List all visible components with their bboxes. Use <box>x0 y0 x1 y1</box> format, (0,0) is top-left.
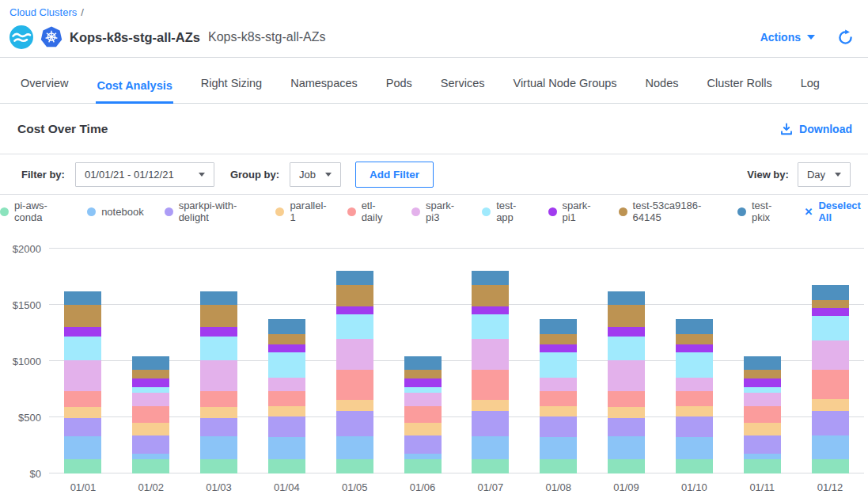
tab-cluster-rolls[interactable]: Cluster Rolls <box>707 77 773 104</box>
bar-segment-spark-pi3[interactable] <box>268 378 305 392</box>
bar-segment-pi-aws-conda[interactable] <box>64 459 101 473</box>
bar-segment-notebook[interactable] <box>200 436 237 459</box>
bar-segment-sparkpi-with-delight[interactable] <box>540 416 577 437</box>
view-by-select[interactable]: Day <box>798 162 851 187</box>
bar-segment-spark-pi1[interactable] <box>812 308 849 315</box>
bar-segment-etl-daily[interactable] <box>268 391 305 405</box>
tab-namespaces[interactable]: Namespaces <box>290 77 358 104</box>
bar-segment-notebook[interactable] <box>336 436 373 458</box>
bar-segment-test-53ca9186-64145[interactable] <box>336 285 373 306</box>
bar-01-04[interactable] <box>268 319 305 473</box>
bar-segment-pi-aws-conda[interactable] <box>812 459 849 473</box>
bar-segment-test-pkix[interactable] <box>132 356 169 370</box>
download-button[interactable]: Download <box>780 123 852 135</box>
bar-segment-spark-pi1[interactable] <box>200 327 237 337</box>
bar-segment-test-53ca9186-64145[interactable] <box>64 305 101 327</box>
bar-segment-test-pkix[interactable] <box>404 356 442 370</box>
bar-segment-parallel-1[interactable] <box>540 406 577 416</box>
bar-segment-test-app[interactable] <box>336 314 373 339</box>
legend-item-spark-pi3[interactable]: spark-pi3 <box>411 200 461 223</box>
bar-segment-etl-daily[interactable] <box>64 391 101 406</box>
bar-segment-etl-daily[interactable] <box>336 370 373 400</box>
bar-segment-spark-pi1[interactable] <box>404 378 442 387</box>
bar-segment-notebook[interactable] <box>540 437 577 459</box>
bar-segment-pi-aws-conda[interactable] <box>404 459 442 473</box>
bar-segment-etl-daily[interactable] <box>812 370 849 399</box>
bar-segment-etl-daily[interactable] <box>404 406 442 423</box>
bar-segment-spark-pi3[interactable] <box>676 378 713 392</box>
bar-segment-parallel-1[interactable] <box>200 407 237 419</box>
bar-segment-parallel-1[interactable] <box>132 423 169 435</box>
bar-segment-spark-pi1[interactable] <box>608 327 645 337</box>
bar-segment-sparkpi-with-delight[interactable] <box>608 418 645 436</box>
tab-right-sizing[interactable]: Right Sizing <box>200 77 263 104</box>
bar-segment-spark-pi1[interactable] <box>132 378 169 387</box>
bar-segment-test-app[interactable] <box>676 352 713 377</box>
bar-segment-etl-daily[interactable] <box>676 391 713 405</box>
bar-segment-test-53ca9186-64145[interactable] <box>608 305 645 327</box>
bar-segment-parallel-1[interactable] <box>336 400 373 410</box>
bar-segment-spark-pi3[interactable] <box>472 339 509 370</box>
bar-01-07[interactable] <box>472 271 509 473</box>
bar-segment-test-pkix[interactable] <box>812 285 849 300</box>
bar-segment-spark-pi1[interactable] <box>676 344 713 352</box>
bar-segment-test-53ca9186-64145[interactable] <box>676 334 713 344</box>
bar-segment-notebook[interactable] <box>472 436 509 458</box>
bar-segment-parallel-1[interactable] <box>404 423 442 435</box>
bar-segment-test-pkix[interactable] <box>608 291 645 305</box>
bar-segment-spark-pi1[interactable] <box>268 344 305 352</box>
breadcrumb-cloud-clusters[interactable]: Cloud Clusters <box>9 6 77 18</box>
bar-segment-notebook[interactable] <box>676 437 713 459</box>
bar-01-03[interactable] <box>200 291 237 473</box>
bar-segment-spark-pi3[interactable] <box>812 340 849 371</box>
bar-segment-pi-aws-conda[interactable] <box>268 459 305 473</box>
bar-segment-pi-aws-conda[interactable] <box>200 459 237 473</box>
bar-segment-test-app[interactable] <box>64 337 101 361</box>
bar-segment-pi-aws-conda[interactable] <box>472 459 509 473</box>
bar-segment-sparkpi-with-delight[interactable] <box>200 418 237 436</box>
tab-pods[interactable]: Pods <box>385 77 413 104</box>
actions-button[interactable]: Actions <box>760 31 815 44</box>
bar-segment-test-app[interactable] <box>200 337 237 361</box>
bar-segment-spark-pi3[interactable] <box>336 339 373 370</box>
tab-overview[interactable]: Overview <box>20 77 69 104</box>
legend-item-parallel-1[interactable]: parallel-1 <box>275 200 326 223</box>
bar-segment-test-53ca9186-64145[interactable] <box>132 370 169 378</box>
bar-segment-notebook[interactable] <box>812 435 849 458</box>
bar-segment-spark-pi3[interactable] <box>744 393 781 406</box>
legend-item-sparkpi-with-delight[interactable]: sparkpi-with-delight <box>165 200 256 223</box>
legend-item-etl-daily[interactable]: etl-daily <box>347 200 391 223</box>
tab-services[interactable]: Services <box>440 77 486 104</box>
bar-segment-spark-pi1[interactable] <box>336 306 373 314</box>
bar-segment-test-53ca9186-64145[interactable] <box>744 370 781 378</box>
bar-segment-test-53ca9186-64145[interactable] <box>268 334 305 344</box>
bar-segment-test-app[interactable] <box>608 337 645 361</box>
bar-01-08[interactable] <box>540 319 577 473</box>
bar-segment-parallel-1[interactable] <box>64 407 101 419</box>
bar-segment-test-53ca9186-64145[interactable] <box>200 305 237 327</box>
bar-segment-test-53ca9186-64145[interactable] <box>404 370 442 378</box>
bar-segment-sparkpi-with-delight[interactable] <box>132 435 169 454</box>
bar-segment-test-app[interactable] <box>540 352 577 377</box>
bar-segment-test-pkix[interactable] <box>200 291 237 305</box>
bar-segment-test-app[interactable] <box>404 387 442 393</box>
bar-segment-sparkpi-with-delight[interactable] <box>812 411 849 436</box>
tab-nodes[interactable]: Nodes <box>645 77 680 104</box>
bar-segment-test-app[interactable] <box>472 314 509 339</box>
bar-segment-test-pkix[interactable] <box>676 319 713 334</box>
bar-segment-pi-aws-conda[interactable] <box>608 459 645 473</box>
bar-01-12[interactable] <box>812 285 849 473</box>
bar-segment-etl-daily[interactable] <box>608 391 645 406</box>
bar-01-10[interactable] <box>676 319 713 473</box>
bar-segment-test-app[interactable] <box>744 387 781 393</box>
bar-01-11[interactable] <box>744 356 781 473</box>
bar-segment-parallel-1[interactable] <box>268 406 305 416</box>
legend-item-test-app[interactable]: test-app <box>482 200 527 223</box>
bar-segment-etl-daily[interactable] <box>472 370 509 400</box>
bar-segment-test-53ca9186-64145[interactable] <box>540 334 577 344</box>
refresh-icon[interactable] <box>837 29 854 46</box>
legend-item-spark-pi1[interactable]: spark-pi1 <box>548 200 598 223</box>
bar-segment-pi-aws-conda[interactable] <box>744 459 781 473</box>
bar-segment-test-pkix[interactable] <box>336 271 373 285</box>
bar-segment-test-53ca9186-64145[interactable] <box>812 300 849 308</box>
